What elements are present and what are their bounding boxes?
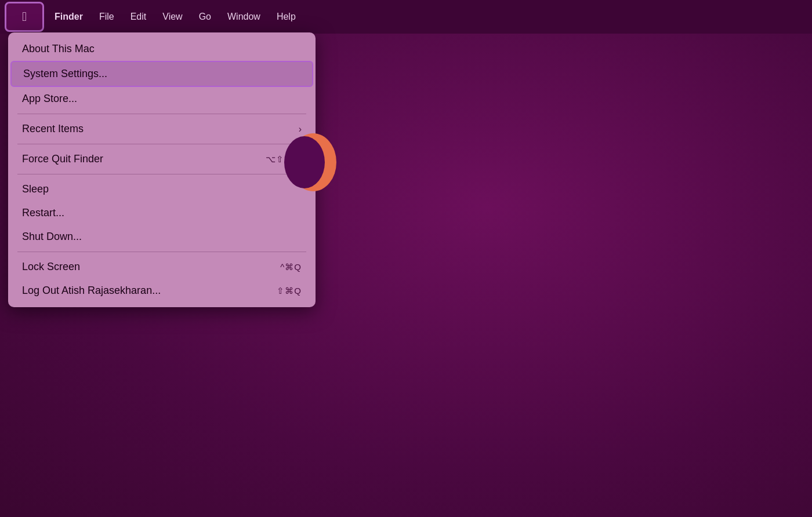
menu-item-sleep-label: Sleep (22, 183, 49, 195)
divider-2 (17, 144, 306, 144)
divider-3 (17, 174, 306, 174)
menubar-item-edit[interactable]: Edit (122, 8, 155, 26)
divider-4 (17, 252, 306, 252)
menu-item-force-quit-label: Force Quit Finder (22, 153, 103, 165)
menu-item-system-settings[interactable]: System Settings... (10, 61, 313, 87)
menu-item-restart[interactable]: Restart... (10, 201, 313, 225)
menu-item-log-out-label: Log Out Atish Rajasekharan... (22, 285, 161, 297)
menu-item-log-out[interactable]: Log Out Atish Rajasekharan... ⇧⌘Q (10, 279, 313, 303)
menu-item-log-out-shortcut: ⇧⌘Q (277, 286, 302, 296)
menu-item-app-store[interactable]: App Store... (10, 87, 313, 111)
divider-1 (17, 114, 306, 114)
menu-item-lock-screen-label: Lock Screen (22, 261, 80, 273)
apple-menu-button[interactable]:  (5, 2, 44, 32)
menubar-item-go[interactable]: Go (191, 8, 219, 26)
menu-item-shut-down-label: Shut Down... (22, 231, 82, 243)
menubar:  Finder File Edit View Go Window Help (0, 0, 812, 34)
menubar-item-file[interactable]: File (91, 8, 122, 26)
menu-item-recent-items[interactable]: Recent Items › (10, 117, 313, 141)
menu-item-recent-items-label: Recent Items (22, 123, 84, 135)
menu-item-restart-label: Restart... (22, 207, 64, 219)
moon-decoration (284, 133, 336, 197)
menu-item-sleep[interactable]: Sleep (10, 177, 313, 201)
menubar-item-window[interactable]: Window (219, 8, 269, 26)
menu-item-about[interactable]: About This Mac (10, 37, 313, 61)
apple-dropdown-menu: About This Mac System Settings... App St… (8, 32, 316, 307)
menu-item-about-label: About This Mac (22, 43, 95, 55)
menu-item-system-settings-label: System Settings... (23, 68, 107, 80)
menubar-item-help[interactable]: Help (269, 8, 304, 26)
menubar-item-view[interactable]: View (154, 8, 190, 26)
chevron-right-icon: › (299, 124, 302, 134)
menu-item-shut-down[interactable]: Shut Down... (10, 225, 313, 249)
menu-item-app-store-label: App Store... (22, 93, 77, 105)
menubar-items: Finder File Edit View Go Window Help (46, 8, 304, 26)
menu-item-lock-screen[interactable]: Lock Screen ^⌘Q (10, 255, 313, 279)
apple-icon:  (22, 10, 27, 23)
menu-item-force-quit[interactable]: Force Quit Finder ⌥⇧⌘↺ (10, 147, 313, 171)
menubar-item-finder[interactable]: Finder (46, 8, 91, 26)
menu-item-lock-screen-shortcut: ^⌘Q (280, 262, 302, 272)
